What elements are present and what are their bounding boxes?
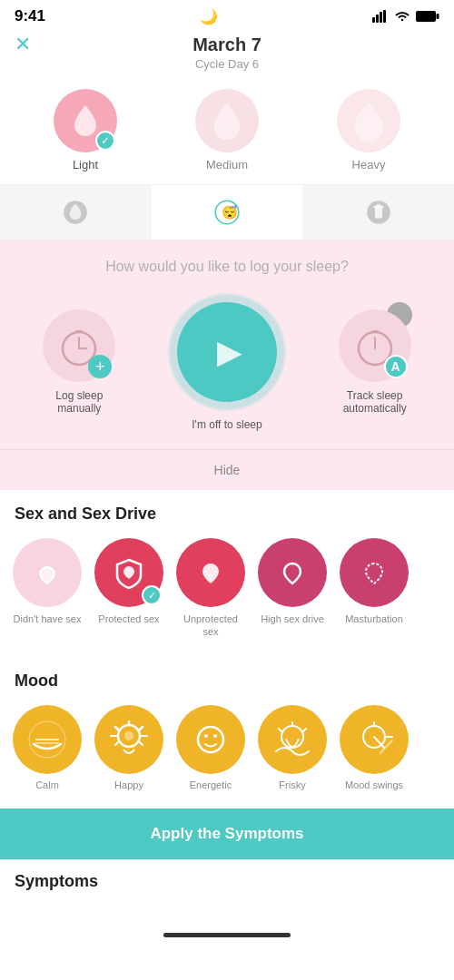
sleep-question: How would you like to log your sleep? bbox=[15, 259, 439, 275]
home-indicator bbox=[163, 933, 291, 937]
apply-symptoms-button[interactable]: Apply the Symptoms bbox=[0, 808, 454, 859]
sleep-manual-circle[interactable]: + bbox=[43, 309, 115, 382]
svg-point-34 bbox=[213, 734, 217, 738]
header-subtitle: Cycle Day 6 bbox=[195, 57, 259, 71]
sex-options: Didn't have sex ✓ Protected sex Unprotec… bbox=[0, 533, 454, 648]
sex-drive-circle[interactable] bbox=[258, 538, 327, 607]
header: ✕ March 7 Cycle Day 6 bbox=[0, 29, 454, 80]
sleep-auto-circle[interactable]: A bbox=[339, 309, 411, 382]
trash-tab-icon bbox=[364, 198, 393, 227]
flow-light[interactable]: ✓ Light bbox=[54, 89, 117, 172]
sleep-section: How would you like to log your sleep? + … bbox=[0, 240, 454, 449]
tab-period[interactable] bbox=[0, 185, 152, 240]
flow-medium[interactable]: Medium bbox=[195, 89, 259, 172]
mood-energetic[interactable]: Energetic bbox=[174, 705, 247, 790]
close-button[interactable]: ✕ bbox=[15, 33, 31, 56]
svg-rect-3 bbox=[383, 10, 386, 23]
mood-calm[interactable]: Calm bbox=[11, 705, 84, 790]
svg-rect-4 bbox=[416, 11, 436, 22]
mood-happy-circle[interactable] bbox=[94, 705, 163, 774]
sex-unprotected-label: Unprotected sex bbox=[174, 612, 247, 639]
svg-rect-12 bbox=[376, 204, 380, 206]
drop-heavy-icon bbox=[350, 100, 387, 142]
sleep-auto-label: Track sleep automatically bbox=[334, 389, 416, 415]
sex-unprotected[interactable]: Unprotected sex bbox=[174, 538, 247, 639]
drop-light-icon bbox=[71, 103, 100, 138]
flow-light-circle[interactable]: ✓ bbox=[54, 89, 117, 152]
flow-heavy-circle[interactable] bbox=[337, 89, 400, 152]
svg-line-27 bbox=[140, 742, 143, 745]
unprotected-sex-icon bbox=[194, 556, 227, 589]
sex-no-sex[interactable]: Didn't have sex bbox=[11, 538, 84, 639]
hide-button[interactable]: Hide bbox=[0, 449, 454, 490]
sleep-off[interactable]: ▶ I'm off to sleep bbox=[168, 293, 286, 431]
sleep-manual-label: Log sleep manually bbox=[38, 389, 120, 415]
mood-swings-label: Mood swings bbox=[345, 779, 403, 790]
svg-line-28 bbox=[115, 742, 118, 745]
sex-unprotected-circle[interactable] bbox=[176, 538, 245, 607]
sex-masturbation[interactable]: Masturbation bbox=[338, 538, 410, 639]
flow-heavy-label: Heavy bbox=[352, 158, 386, 172]
protected-check: ✓ bbox=[142, 585, 162, 605]
sex-protected[interactable]: ✓ Protected sex bbox=[93, 538, 165, 639]
sleep-auto[interactable]: A Track sleep automatically bbox=[334, 309, 416, 415]
sleep-off-label: I'm off to sleep bbox=[192, 418, 262, 431]
tab-remove[interactable] bbox=[302, 185, 454, 240]
mood-frisky-circle[interactable] bbox=[258, 705, 327, 774]
svg-rect-10 bbox=[375, 207, 382, 218]
sex-masturbation-circle[interactable] bbox=[340, 538, 409, 607]
sex-section: Sex and Sex Drive Didn't have sex ✓ Pr bbox=[0, 490, 454, 657]
play-icon: ▶ bbox=[217, 333, 242, 371]
auto-badge: A bbox=[384, 355, 408, 378]
mood-section-title: Mood bbox=[0, 657, 454, 700]
masturbation-icon bbox=[358, 556, 390, 589]
mood-frisky[interactable]: Frisky bbox=[256, 705, 329, 790]
mood-energetic-circle[interactable] bbox=[176, 705, 245, 774]
svg-rect-1 bbox=[376, 15, 379, 23]
mood-swings-circle[interactable] bbox=[340, 705, 409, 774]
mood-swings-icon bbox=[353, 719, 395, 760]
svg-rect-5 bbox=[437, 14, 439, 19]
mood-calm-circle[interactable] bbox=[13, 705, 82, 774]
sex-protected-label: Protected sex bbox=[98, 612, 159, 625]
happy-icon bbox=[108, 719, 150, 760]
sleep-tab-icon: 😴 bbox=[212, 198, 242, 227]
svg-rect-19 bbox=[371, 330, 379, 333]
tabs: 😴 bbox=[0, 184, 454, 240]
sleep-options: + Log sleep manually ▶ I'm off to sleep bbox=[15, 293, 439, 431]
svg-text:😴: 😴 bbox=[222, 204, 238, 220]
svg-line-38 bbox=[303, 729, 306, 731]
sex-protected-circle[interactable]: ✓ bbox=[94, 538, 163, 607]
svg-rect-16 bbox=[75, 330, 83, 333]
mood-calm-label: Calm bbox=[35, 779, 59, 790]
mood-happy[interactable]: Happy bbox=[93, 705, 165, 790]
flow-medium-circle[interactable] bbox=[195, 89, 259, 152]
sex-no-sex-circle[interactable] bbox=[13, 538, 82, 607]
moon-icon: 🌙 bbox=[200, 8, 218, 25]
symptoms-section-title: Symptoms bbox=[15, 872, 439, 898]
mood-frisky-label: Frisky bbox=[279, 779, 305, 790]
wifi-icon bbox=[394, 10, 410, 23]
flow-heavy[interactable]: Heavy bbox=[337, 89, 400, 172]
flow-medium-label: Medium bbox=[206, 158, 248, 172]
svg-point-33 bbox=[204, 734, 208, 738]
status-icons bbox=[372, 10, 439, 23]
protected-sex-icon bbox=[112, 555, 146, 590]
sex-drive-label: High sex drive bbox=[261, 612, 324, 625]
signal-icon bbox=[372, 10, 389, 23]
mood-swings[interactable]: Mood swings bbox=[338, 705, 410, 790]
sleep-manual[interactable]: + Log sleep manually bbox=[38, 309, 120, 415]
calm-icon bbox=[26, 719, 68, 760]
tab-sleep[interactable]: 😴 bbox=[152, 185, 303, 240]
sleep-main-circle[interactable]: ▶ bbox=[177, 302, 277, 402]
symptoms-section: Symptoms bbox=[0, 859, 454, 926]
no-sex-icon bbox=[31, 556, 64, 589]
period-tab-icon bbox=[61, 198, 90, 227]
frisky-icon bbox=[271, 719, 313, 760]
energetic-icon bbox=[190, 719, 232, 760]
svg-line-25 bbox=[140, 727, 143, 730]
battery-icon bbox=[416, 10, 439, 23]
svg-line-37 bbox=[279, 729, 281, 731]
sex-high-drive[interactable]: High sex drive bbox=[256, 538, 329, 639]
high-drive-icon bbox=[276, 556, 309, 589]
